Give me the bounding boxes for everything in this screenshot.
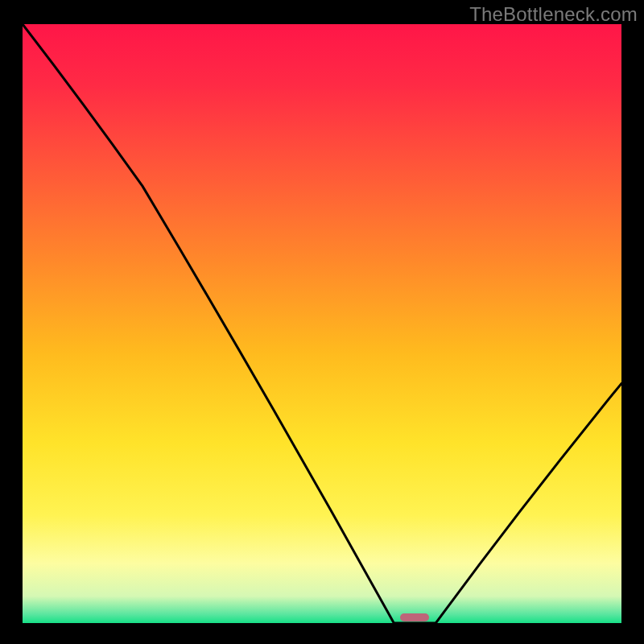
plot-area bbox=[23, 24, 621, 623]
curve-path bbox=[23, 24, 621, 623]
watermark-text: TheBottleneck.com bbox=[469, 3, 638, 26]
chart-container: TheBottleneck.com bbox=[0, 0, 644, 644]
bottleneck-curve bbox=[23, 24, 621, 623]
